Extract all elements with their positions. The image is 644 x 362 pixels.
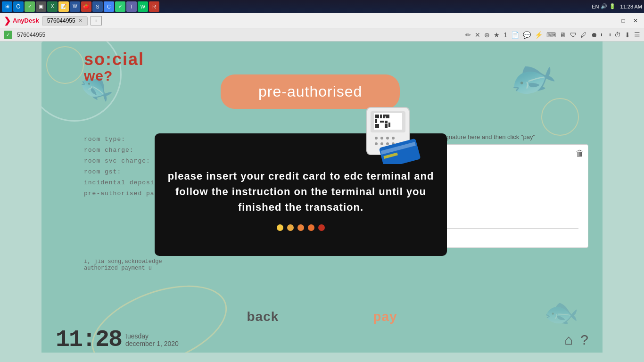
pay-button[interactable]: pay [373, 309, 397, 324]
pre-auth-label: pre-authorised [258, 83, 362, 100]
toolbar-download-icon[interactable]: ⬇ [625, 31, 630, 39]
deco-small-circle [46, 46, 84, 84]
svg-point-19 [380, 142, 383, 145]
taskbar-app2[interactable]: ✓ [25, 1, 35, 12]
bottom-icons: ⌂ ? [564, 332, 588, 348]
bottom-bar: 11:28 tuesday december 1, 2020 ⌂ ? [41, 327, 603, 353]
excel-icon[interactable]: X [47, 1, 58, 12]
teams-icon[interactable]: T [126, 1, 137, 12]
room-charge-label: room charge: [84, 147, 164, 154]
edc-terminal-illustration [353, 103, 423, 164]
toolbar-flash-icon[interactable]: ⚡ [535, 31, 543, 39]
svg-point-20 [386, 142, 389, 145]
anydesk-win-controls: — □ ✕ [606, 16, 640, 25]
close-button[interactable]: ✕ [631, 16, 640, 25]
wechat-icon[interactable]: W [138, 1, 148, 12]
pre-auth-pay-label: pre-authorised paym [84, 190, 164, 197]
toolbar-keyboard-icon[interactable]: ⌨ [546, 31, 556, 39]
delete-signature-button[interactable]: 🗑 [576, 148, 584, 158]
edc-dot-1 [277, 224, 283, 231]
toolbar-shield2-icon[interactable]: 🛡 [570, 31, 577, 39]
chrome-icon[interactable]: C [104, 1, 114, 12]
task-view-icon[interactable]: ▣ [36, 1, 46, 12]
svg-rect-8 [375, 119, 377, 123]
toolbar-file-icon[interactable]: 📄 [511, 31, 519, 39]
toolbar-chat-icon[interactable]: 💬 [523, 31, 531, 39]
toolbar-pen-icon[interactable]: 🖊 [580, 31, 587, 39]
toolbar-x-icon[interactable]: ✕ [475, 31, 480, 39]
logo: so:cial we? [84, 51, 144, 84]
minimize-button[interactable]: — [606, 16, 616, 25]
svg-point-18 [375, 142, 378, 145]
main-area: 🐟 🐟 🐟 so:cial we? pre-authorised room ty… [0, 41, 644, 362]
deco-circle2 [541, 98, 579, 136]
start-button[interactable]: ⊞ [2, 1, 12, 12]
edc-dot-2 [287, 224, 294, 231]
ack-text-line1: i, jia song,acknowledge [84, 258, 162, 265]
toolbar-pencil-icon[interactable]: ✏ [465, 31, 471, 39]
svg-rect-12 [388, 123, 390, 127]
green-shield-icon: ✓ [4, 31, 12, 39]
toolbar-monitor-icon[interactable]: 🖥 [560, 31, 566, 39]
maximize-button[interactable]: □ [619, 16, 628, 25]
anydesk-add-tab[interactable]: + [91, 16, 102, 25]
svg-rect-7 [386, 115, 389, 118]
anydesk-toolbar2: ✓ 576044955 ✏ ✕ ⊕ ★ 1 📄 💬 ⚡ ⌨ 🖥 🛡 🖊 ⏺ ⏱ … [0, 28, 644, 41]
toolbar-num1[interactable]: 1 [504, 31, 507, 39]
home-icon[interactable]: ⌂ [564, 332, 573, 348]
anydesk-tab-close[interactable]: ✕ [78, 17, 83, 24]
taskbar-right: EN 🔊 🔋 11:28 AM [592, 3, 642, 9]
anydesk-title: AnyDesk [13, 17, 39, 24]
svg-rect-10 [380, 121, 384, 123]
taskbar-time: 11:28 AM [620, 4, 642, 9]
ack-text: i, jia song,acknowledge authorized payme… [84, 258, 162, 272]
toolbar-record-icon[interactable]: ⏺ [591, 31, 597, 39]
toolbar-menu-icon[interactable]: ☰ [634, 31, 640, 39]
anydesk-logo: ❯ AnyDesk [4, 16, 39, 26]
logo-social: so:cial [84, 51, 144, 68]
svg-point-14 [375, 137, 378, 140]
svg-point-16 [386, 137, 389, 140]
toolbar-history-icon[interactable]: ⏱ [614, 31, 621, 39]
room-gst-label: room gst: [84, 168, 164, 175]
svg-rect-11 [385, 121, 388, 123]
help-icon[interactable]: ? [580, 332, 588, 348]
sticky-icon[interactable]: 📝 [58, 1, 69, 12]
outlook-icon[interactable]: O [13, 1, 24, 12]
anydesk-session-label: 576044955 [47, 17, 75, 24]
anydesk-bar: ❯ AnyDesk 576044955 ✕ + — □ ✕ [0, 13, 644, 28]
toolbar-star-icon[interactable]: ★ [494, 31, 500, 39]
edc-dot-3 [297, 224, 304, 231]
app-background: 🐟 🐟 🐟 so:cial we? pre-authorised room ty… [41, 41, 603, 353]
svg-rect-6 [383, 116, 385, 118]
edc-dot-5 [318, 224, 325, 231]
app-icon-7[interactable]: 🍅 [81, 1, 91, 12]
toolbar-target-icon[interactable]: ⊕ [484, 31, 490, 39]
room-type-label: room type: [84, 136, 164, 143]
session-id: 576044955 [17, 32, 45, 38]
back-button[interactable]: back [247, 309, 279, 324]
app-icon-14[interactable]: R [149, 1, 159, 12]
svg-rect-13 [385, 124, 388, 128]
logo-social-text: so:cial [84, 49, 144, 69]
taskbar-indicators: 🔊 🔋 [601, 3, 615, 9]
word-icon[interactable]: W [70, 1, 80, 12]
logo-we-text: we? [84, 68, 113, 83]
svg-rect-9 [375, 124, 379, 128]
date-area: tuesday december 1, 2020 [125, 332, 179, 347]
edc-dot-4 [308, 224, 314, 231]
date-day: tuesday [125, 332, 179, 340]
taskbar-icons: ⊞ O ✓ ▣ X 📝 W 🍅 S C ✓ T W R [2, 1, 159, 12]
toolbar2-icons: ✏ ✕ ⊕ ★ 1 📄 💬 ⚡ ⌨ 🖥 🛡 🖊 ⏺ ⏱ ⬇ ☰ [465, 31, 640, 39]
edc-progress-dots [277, 224, 325, 231]
svg-point-17 [392, 137, 395, 140]
deco-fish2: 🐟 [502, 49, 561, 107]
edc-instruction-text: please insert your credit card to edc te… [164, 159, 438, 215]
taskbar: ⊞ O ✓ ▣ X 📝 W 🍅 S C ✓ T W R EN 🔊 🔋 11:28… [0, 0, 644, 13]
anydesk-tab[interactable]: 576044955 ✕ [42, 16, 88, 25]
shield-icon[interactable]: ✓ [115, 1, 125, 12]
toolbar-divider [601, 33, 611, 36]
svg-point-15 [380, 137, 383, 140]
app-icon-8[interactable]: S [92, 1, 103, 12]
incidental-label: incidental deposit: [84, 179, 164, 186]
